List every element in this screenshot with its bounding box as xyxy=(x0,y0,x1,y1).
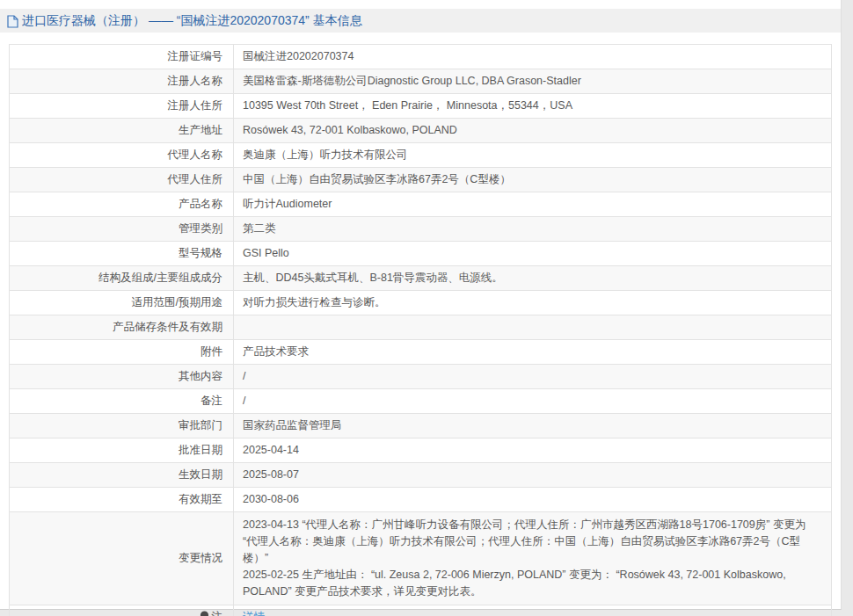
page-header: 进口医疗器械（注册） —— “国械注进20202070374” 基本信息 xyxy=(0,9,841,33)
row-value: 2025-08-07 xyxy=(234,463,832,488)
table-row: 有效期至 2030-08-06 xyxy=(10,488,832,512)
row-label-text: 管理类别 xyxy=(179,222,222,235)
table-row: 型号规格 GSI Pello xyxy=(10,242,832,266)
table-row: 批准日期 2025-04-14 xyxy=(10,438,832,463)
table-row: 注册人名称 美国格雷森-斯塔德勒公司Diagnostic Group LLC, … xyxy=(10,69,832,94)
row-label: 批准日期 xyxy=(10,438,234,463)
table-row: 其他内容 / xyxy=(10,365,832,389)
row-label-text: 结构及组成/主要组成成分 xyxy=(98,272,222,284)
row-value-text: 产品技术要求 xyxy=(243,345,309,358)
row-label: 结构及组成/主要组成成分 xyxy=(10,266,234,291)
row-label-text: 其他内容 xyxy=(179,370,222,382)
row-label: 附件 xyxy=(10,340,234,365)
table-row: 代理人名称 奥迪康（上海）听力技术有限公司 xyxy=(10,143,832,168)
row-label-text: 注册证编号 xyxy=(168,50,223,62)
row-label-text: 适用范围/预期用途 xyxy=(132,296,222,308)
table-row: 注册证编号 国械注进20202070374 xyxy=(10,45,832,69)
row-value: 中国（上海）自由贸易试验区李冰路67弄2号（C型楼） xyxy=(234,168,832,192)
detail-link[interactable]: 详情 xyxy=(243,611,265,616)
row-value-text: 2025-04-14 xyxy=(243,444,299,456)
row-value: 国家药品监督管理局 xyxy=(234,414,832,438)
row-label-text: 注册人名称 xyxy=(168,75,223,87)
row-label-text: 生产地址 xyxy=(179,124,222,136)
row-label-text: 代理人住所 xyxy=(168,173,223,185)
table-row: 生产地址 Rosówek 43, 72-001 Kolbaskowo, POLA… xyxy=(10,119,832,143)
row-value-text: 中国（上海）自由贸易试验区李冰路67弄2号（C型楼） xyxy=(243,173,511,185)
row-value: 对听力损失进行检查与诊断。 xyxy=(234,291,832,315)
row-label: 其他内容 xyxy=(10,365,234,389)
row-label-text: 变更情况 xyxy=(179,552,222,564)
row-label: 型号规格 xyxy=(10,242,234,266)
row-label: 注册证编号 xyxy=(10,45,234,69)
row-value: / xyxy=(234,389,832,414)
row-label: 备注 xyxy=(10,389,234,414)
row-value: 2030-08-06 xyxy=(234,488,832,512)
row-label-text: 注 xyxy=(212,611,223,616)
row-label: 注册人住所 xyxy=(10,94,234,119)
row-label: 代理人住所 xyxy=(10,168,234,192)
info-table: 注册证编号 国械注进20202070374 注册人名称 美国格雷森-斯塔德勒公司… xyxy=(9,44,832,616)
table-row: 结构及组成/主要组成成分 主机、DD45头戴式耳机、B-81骨导震动器、电源线。 xyxy=(10,266,832,291)
table-row: 审批部门 国家药品监督管理局 xyxy=(10,414,832,438)
row-value: 国械注进20202070374 xyxy=(234,45,832,69)
row-value: 详情 xyxy=(234,605,832,616)
row-value-text: 听力计Audiometer xyxy=(243,198,332,210)
row-label: 产品名称 xyxy=(10,192,234,217)
row-label: 适用范围/预期用途 xyxy=(10,291,234,315)
row-label-text: 代理人名称 xyxy=(168,149,223,161)
row-label: 注 xyxy=(10,605,234,616)
row-label-text: 产品储存条件及有效期 xyxy=(113,321,222,333)
row-label: 代理人名称 xyxy=(10,143,234,168)
row-label-text: 备注 xyxy=(200,395,222,407)
table-row: 附件 产品技术要求 xyxy=(10,340,832,365)
row-value-text: / xyxy=(243,370,245,382)
table-row: 产品储存条件及有效期 xyxy=(10,315,832,340)
table-row: 注册人住所 10395 West 70th Street， Eden Prair… xyxy=(10,94,832,119)
row-value xyxy=(234,315,832,340)
row-value-text: 10395 West 70th Street， Eden Prairie， Mi… xyxy=(243,99,572,112)
row-label-text: 注册人住所 xyxy=(168,99,223,112)
row-value: 奥迪康（上海）听力技术有限公司 xyxy=(234,143,832,168)
row-label: 管理类别 xyxy=(10,217,234,242)
row-label: 变更情况 xyxy=(10,512,234,605)
row-value: 美国格雷森-斯塔德勒公司Diagnostic Group LLC, DBA Gr… xyxy=(234,69,832,94)
row-value: 第二类 xyxy=(234,217,832,242)
row-value: 听力计Audiometer xyxy=(234,192,832,217)
row-value: 2025-04-14 xyxy=(234,438,832,463)
row-label: 产品储存条件及有效期 xyxy=(10,315,234,340)
row-label-text: 型号规格 xyxy=(179,247,222,259)
row-label-text: 附件 xyxy=(200,345,222,358)
row-label-text: 生效日期 xyxy=(179,468,222,481)
row-label: 注册人名称 xyxy=(10,69,234,94)
row-label: 有效期至 xyxy=(10,488,234,512)
row-value-text: 主机、DD45头戴式耳机、B-81骨导震动器、电源线。 xyxy=(243,272,503,284)
row-value: / xyxy=(234,365,832,389)
table-row: 代理人住所 中国（上海）自由贸易试验区李冰路67弄2号（C型楼） xyxy=(10,168,832,192)
document-icon xyxy=(7,15,18,28)
row-value-text: / xyxy=(243,395,245,407)
page-title: 进口医疗器械（注册） —— “国械注进20202070374” 基本信息 xyxy=(22,13,362,29)
info-table-body: 注册证编号 国械注进20202070374 注册人名称 美国格雷森-斯塔德勒公司… xyxy=(10,45,832,616)
table-row: 产品名称 听力计Audiometer xyxy=(10,192,832,217)
table-row: 适用范围/预期用途 对听力损失进行检查与诊断。 xyxy=(10,291,832,315)
row-value: 主机、DD45头戴式耳机、B-81骨导震动器、电源线。 xyxy=(234,266,832,291)
row-value-text: GSI Pello xyxy=(243,247,289,259)
table-row: 管理类别 第二类 xyxy=(10,217,832,242)
table-row: 注 详情 xyxy=(10,605,832,616)
table-row: 变更情况 2023-04-13 “代理人名称：广州甘峰听力设备有限公司；代理人住… xyxy=(10,512,832,605)
row-label-text: 批准日期 xyxy=(179,444,222,456)
table-row: 备注 / xyxy=(10,389,832,414)
row-value-text: 第二类 xyxy=(243,222,276,235)
row-value-text: 奥迪康（上海）听力技术有限公司 xyxy=(243,149,408,161)
row-label: 审批部门 xyxy=(10,414,234,438)
row-value-text: 2023-04-13 “代理人名称：广州甘峰听力设备有限公司；代理人住所：广州市… xyxy=(243,518,806,598)
row-label-text: 审批部门 xyxy=(179,419,222,431)
content-panel: 进口医疗器械（注册） —— “国械注进20202070374” 基本信息 注册证… xyxy=(0,0,842,610)
row-value: 2023-04-13 “代理人名称：广州甘峰听力设备有限公司；代理人住所：广州市… xyxy=(234,512,832,605)
row-value: 产品技术要求 xyxy=(234,340,832,365)
row-value: GSI Pello xyxy=(234,242,832,266)
table-row: 生效日期 2025-08-07 xyxy=(10,463,832,488)
row-value-text: 国家药品监督管理局 xyxy=(243,419,342,431)
row-label: 生效日期 xyxy=(10,463,234,488)
row-value: 10395 West 70th Street， Eden Prairie， Mi… xyxy=(234,94,832,119)
